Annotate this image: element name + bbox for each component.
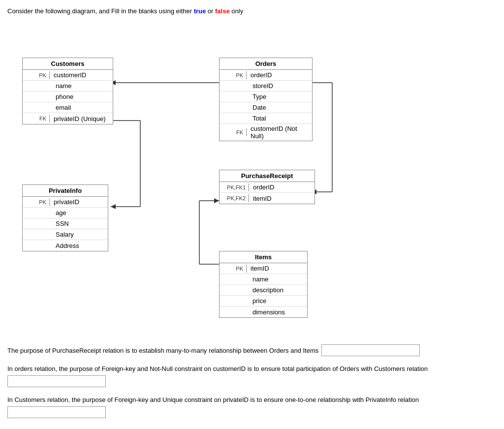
svg-marker-9 [214,198,219,203]
purchasereceipt-title: PurchaseReceipt [220,170,315,182]
false-word: false [215,7,230,15]
privateinfo-row-3: Salary [23,229,108,240]
questions-section: The purpose of PurchaseReceipt relation … [7,344,497,418]
svg-marker-13 [111,204,116,209]
diagram-area: Customers PK customerID name phone email… [7,25,352,330]
purchasereceipt-row-1: PK,FK2 itemID [220,193,315,204]
instruction-text: Consider the following diagram, and Fill… [7,7,497,15]
items-row-2: description [220,285,307,296]
orders-row-2: Type [220,92,312,102]
privateinfo-entity: PrivateInfo PK privateID age SSN Salary … [22,184,108,251]
question-2-text: In orders relation, the purpose of Forei… [7,365,428,372]
customers-row-2: phone [23,92,113,102]
privateinfo-row-4: Address [23,240,108,251]
items-entity: Items PK itemID name description price d… [219,251,308,318]
customers-row-4: FK privateID (Unique) [23,113,113,124]
orders-row-5: FK customerID (Not Null) [220,124,312,141]
privateinfo-title: PrivateInfo [23,185,108,197]
items-row-0: PK itemID [220,263,307,274]
customers-entity: Customers PK customerID name phone email… [22,58,113,124]
customers-row-1: name [23,81,113,92]
question-3-text: In Customers relation, the purpose of Fo… [7,396,419,403]
question-1-input[interactable] [321,344,420,356]
question-3-input[interactable] [7,406,106,418]
question-2-input[interactable] [7,375,106,387]
items-row-3: price [220,296,307,306]
orders-row-1: storeID [220,81,312,92]
orders-entity: Orders PK orderID storeID Type Date Tota… [219,58,313,141]
items-row-1: name [220,274,307,285]
customers-row-3: email [23,102,113,113]
customers-row-0: PK customerID [23,70,113,81]
question-1-text: The purpose of PurchaseReceipt relation … [7,347,318,354]
customers-title: Customers [23,58,113,70]
purchasereceipt-row-0: PK,FK1 orderID [220,182,315,193]
items-title: Items [220,251,307,263]
privateinfo-row-0: PK privateID [23,197,108,208]
orders-row-0: PK orderID [220,70,312,81]
purchasereceipt-entity: PurchaseReceipt PK,FK1 orderID PK,FK2 it… [219,170,315,204]
question-1: The purpose of PurchaseReceipt relation … [7,344,497,356]
privateinfo-row-1: age [23,208,108,218]
true-word: true [194,7,206,15]
orders-title: Orders [220,58,312,70]
orders-row-4: Total [220,113,312,124]
privateinfo-row-2: SSN [23,218,108,229]
question-3: In Customers relation, the purpose of Fo… [7,396,497,418]
question-2: In orders relation, the purpose of Forei… [7,365,497,387]
items-row-4: dimensions [220,306,307,317]
orders-row-3: Date [220,102,312,113]
